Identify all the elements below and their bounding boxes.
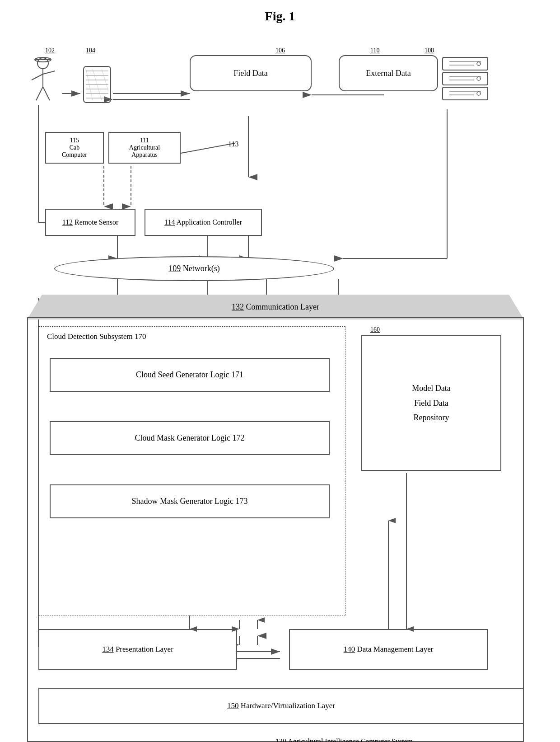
ref-134: 134 [102, 645, 114, 653]
comm-layer-label: Communication Layer [246, 302, 319, 311]
cloud-seed-box: Cloud Seed Generator Logic 171 [50, 358, 330, 392]
device-tablet [81, 64, 113, 107]
remote-sensor-box: 112 Remote Sensor [45, 209, 135, 236]
system-label: 130 Agricultural Intelligence Computer S… [275, 737, 413, 742]
ref-113: 113 [228, 140, 238, 148]
app-controller-label: Application Controller [177, 218, 242, 226]
svg-line-34 [32, 74, 43, 80]
model-data-line3: Repository [412, 410, 450, 425]
ref-110-label: 110 [370, 47, 379, 54]
ref-132: 132 [232, 302, 244, 311]
server-figure [438, 55, 492, 116]
ref-150: 150 [227, 701, 239, 710]
model-data-line2: Field Data [412, 396, 450, 410]
ref-102: 102 [45, 47, 55, 54]
svg-line-37 [43, 87, 50, 100]
external-data-box: External Data [339, 55, 438, 91]
svg-point-58 [477, 62, 481, 66]
ref-112: 112 [62, 218, 73, 226]
person-figure [27, 55, 59, 105]
svg-point-59 [477, 77, 481, 80]
ref-111: 111 [140, 137, 149, 144]
remote-sensor-label: Remote Sensor [75, 218, 118, 226]
ref-106-label: 106 [275, 47, 285, 54]
comm-layer: 132 Communication Layer [27, 295, 524, 319]
cloud-mask-box: Cloud Mask Generator Logic 172 [50, 421, 330, 455]
app-controller-box: 114 Application Controller [145, 209, 262, 236]
data-mgmt-label: Data Management Layer [357, 645, 433, 653]
svg-line-35 [43, 71, 55, 74]
network-label: Network(s) [183, 264, 220, 273]
external-data-label: External Data [366, 69, 411, 78]
ref-115: 115 [70, 137, 79, 144]
svg-rect-51 [443, 87, 488, 100]
cloud-seed-label: Cloud Seed Generator Logic 171 [136, 370, 243, 380]
fig-title: Fig. 1 [9, 9, 551, 23]
ref-109: 109 [168, 264, 181, 273]
cloud-mask-label: Cloud Mask Generator Logic 172 [135, 433, 245, 443]
presentation-layer-box: 134 Presentation Layer [38, 629, 237, 670]
agricultural-apparatus-box: 111 AgriculturalApparatus [108, 132, 181, 164]
ref-160-label: 160 [370, 326, 380, 333]
presentation-label: Presentation Layer [116, 645, 173, 653]
svg-rect-50 [443, 72, 488, 85]
detection-label: Cloud Detection Subsystem 170 [47, 332, 146, 341]
field-data-box: Field Data [190, 55, 312, 91]
shadow-mask-box: Shadow Mask Generator Logic 173 [50, 484, 330, 518]
data-mgmt-box: 140 Data Management Layer [289, 629, 488, 670]
diagram: 102 104 [14, 28, 546, 733]
svg-line-36 [36, 87, 43, 100]
shadow-mask-label: Shadow Mask Generator Logic 173 [132, 497, 248, 506]
network-ellipse: 109 Network(s) [54, 256, 334, 281]
svg-point-60 [477, 92, 481, 95]
model-data-box: Model Data Field Data Repository [361, 335, 501, 471]
ref-104: 104 [86, 47, 95, 54]
page: Fig. 1 [0, 0, 560, 742]
ref-114: 114 [164, 218, 175, 226]
field-data-label: Field Data [233, 69, 267, 78]
cab-computer-box: 115 CabComputer [45, 132, 104, 164]
hardware-label: Hardware/Virtualization Layer [241, 701, 335, 710]
ref-108: 108 [425, 47, 434, 54]
model-data-line1: Model Data [412, 381, 450, 395]
svg-rect-49 [443, 57, 488, 70]
hardware-box: 150 Hardware/Virtualization Layer [38, 688, 524, 724]
ref-140: 140 [344, 645, 355, 653]
